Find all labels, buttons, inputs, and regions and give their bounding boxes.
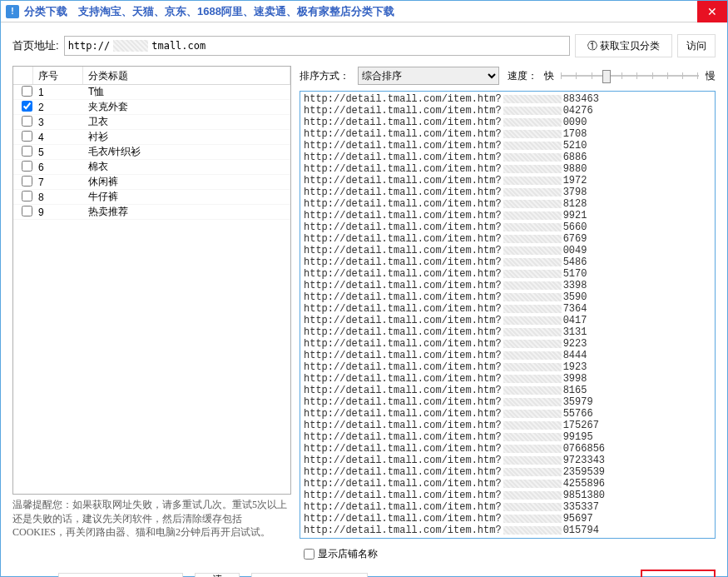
close-button[interactable]: ✕ [697,1,727,22]
link-line[interactable]: http://detail.tmall.com/item.htm?8444 [304,350,711,361]
url-row: 首页地址: http:// tmall.com ① 获取宝贝分类 访问 [12,34,716,57]
visit-button[interactable]: 访问 [677,34,716,57]
link-line[interactable]: http://detail.tmall.com/item.htm?015794 [304,525,711,536]
show-shop-checkbox[interactable]: 显示店铺名称 [304,547,378,561]
link-line[interactable]: http://detail.tmall.com/item.htm?0417 [304,315,711,326]
masked-segment [503,305,562,313]
row-title: T恤 [83,85,290,99]
link-line[interactable]: http://detail.tmall.com/item.htm?9723343 [304,455,711,466]
link-line[interactable]: http://detail.tmall.com/item.htm?3398 [304,280,711,291]
link-line[interactable]: http://detail.tmall.com/item.htm?3798 [304,187,711,198]
masked-segment [503,386,562,395]
confirm-button[interactable]: ③ 确定 [641,570,716,577]
table-row[interactable]: 2夹克外套 [13,100,290,115]
masked-segment [503,410,562,418]
link-line[interactable]: http://detail.tmall.com/item.htm?95697 [304,513,711,525]
masked-segment [503,107,562,115]
table-row[interactable]: 5毛衣/针织衫 [13,145,290,160]
link-line[interactable]: http://detail.tmall.com/item.htm?4255896 [304,478,711,490]
export-button[interactable]: 导出分类标题与网址 [58,573,183,577]
link-line[interactable]: http://detail.tmall.com/item.htm?04276 [304,105,711,117]
masked-segment [503,526,562,535]
table-row[interactable]: 8牛仔裤 [13,190,290,205]
masked-segment [503,153,562,162]
link-line[interactable]: http://detail.tmall.com/item.htm?9880 [304,163,711,175]
link-line[interactable]: http://detail.tmall.com/item.htm?0049 [304,245,711,256]
link-line[interactable]: http://detail.tmall.com/item.htm?5210 [304,140,711,152]
url-rest: tmall.com [150,40,206,52]
row-checkbox[interactable] [22,191,32,201]
row-seq: 1 [33,87,83,98]
sort-label: 排序方式： [300,69,349,83]
table-row[interactable]: 6棉衣 [13,160,290,175]
fetch-address-button[interactable]: ② 获取宝贝地址 [251,573,368,577]
row-checkbox[interactable] [22,146,32,157]
link-line[interactable]: http://detail.tmall.com/item.htm?3590 [304,291,711,303]
row-checkbox[interactable] [22,206,32,216]
row-checkbox[interactable] [22,176,32,187]
link-line[interactable]: http://detail.tmall.com/item.htm?6886 [304,152,711,163]
table-row[interactable]: 4衬衫 [13,130,290,145]
link-line[interactable]: http://detail.tmall.com/item.htm?5170 [304,268,711,280]
row-checkbox[interactable] [22,131,32,142]
table-row[interactable]: 3卫衣 [13,115,290,130]
link-line[interactable]: http://detail.tmall.com/item.htm?9851380 [304,490,711,501]
link-line[interactable]: http://detail.tmall.com/item.htm?99195 [304,431,711,443]
masked-segment [503,270,562,278]
row-seq: 7 [33,177,83,188]
link-line[interactable]: http://detail.tmall.com/item.htm?5486 [304,256,711,268]
link-line[interactable]: http://detail.tmall.com/item.htm?55766 [304,408,711,420]
masked-segment [503,316,562,325]
masked-segment [503,515,562,523]
link-line[interactable]: http://detail.tmall.com/item.htm?0766856 [304,443,711,455]
link-line[interactable]: http://detail.tmall.com/item.htm?7364 [304,303,711,315]
table-row[interactable]: 9热卖推荐 [13,205,290,220]
masked-segment [503,281,562,290]
link-line[interactable]: http://detail.tmall.com/item.htm?1708 [304,128,711,140]
hint-text: 温馨提醒您：如果获取网址失败，请多重试几次。重试5次以上还是失败的话，建议先关闭… [12,498,291,539]
table-row[interactable]: 7休闲裤 [13,175,290,190]
fetch-category-button[interactable]: ① 获取宝贝分类 [575,34,672,57]
url-masked-host [113,40,148,52]
url-input[interactable]: http:// tmall.com [64,36,570,56]
link-line[interactable]: http://detail.tmall.com/item.htm?9223 [304,338,711,350]
masked-segment [503,433,562,441]
masked-segment [503,188,562,196]
masked-segment [503,246,562,255]
masked-segment [503,340,562,348]
link-line[interactable]: http://detail.tmall.com/item.htm?175267 [304,420,711,431]
footer: 显示店铺名称 全选 导出分类标题与网址 清空 ② 获取宝贝地址 共获得 170 … [12,547,716,577]
masked-segment [503,445,562,453]
row-title: 衬衫 [83,130,290,144]
link-line[interactable]: http://detail.tmall.com/item.htm?1972 [304,175,711,187]
speed-slider[interactable] [561,68,699,83]
link-line[interactable]: http://detail.tmall.com/item.htm?2359539 [304,466,711,478]
link-line[interactable]: http://detail.tmall.com/item.htm?35979 [304,396,711,408]
link-line[interactable]: http://detail.tmall.com/item.htm?3131 [304,326,711,338]
slider-thumb[interactable] [602,70,611,83]
table-row[interactable]: 1T恤 [13,85,290,100]
masked-segment [503,118,562,127]
link-line[interactable]: http://detail.tmall.com/item.htm?6769 [304,233,711,245]
link-line[interactable]: http://detail.tmall.com/item.htm?1923 [304,361,711,373]
link-line[interactable]: http://detail.tmall.com/item.htm?5660 [304,221,711,233]
sort-select[interactable]: 综合排序 [358,67,499,85]
footer-row1: 显示店铺名称 [12,547,716,561]
row-checkbox[interactable] [22,161,32,172]
link-line[interactable]: http://detail.tmall.com/item.htm?8165 [304,385,711,396]
clear-button[interactable]: 清空 [195,573,240,577]
link-line[interactable]: http://detail.tmall.com/item.htm?8128 [304,198,711,210]
link-line[interactable]: http://detail.tmall.com/item.htm?0090 [304,117,711,128]
link-listbox[interactable]: http://detail.tmall.com/item.htm?883463h… [300,91,716,539]
row-checkbox[interactable] [22,101,32,112]
masked-segment [503,328,562,336]
link-line[interactable]: http://detail.tmall.com/item.htm?9921 [304,210,711,221]
show-shop-input[interactable] [304,549,314,560]
link-line[interactable]: http://detail.tmall.com/item.htm?335337 [304,501,711,513]
link-line[interactable]: http://detail.tmall.com/item.htm?3998 [304,373,711,385]
masked-segment [503,211,562,220]
row-checkbox[interactable] [22,116,32,127]
link-line[interactable]: http://detail.tmall.com/item.htm?883463 [304,93,711,105]
speed-slow: 慢 [706,69,716,83]
row-checkbox[interactable] [22,86,32,97]
